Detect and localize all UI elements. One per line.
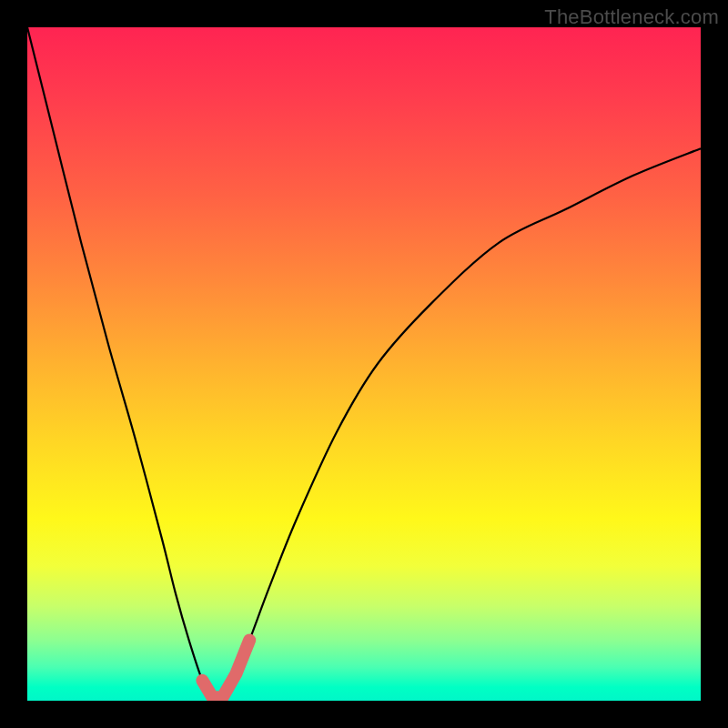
highlight-band xyxy=(202,640,249,697)
chart-frame xyxy=(27,27,701,701)
bottleneck-curve xyxy=(27,27,701,700)
watermark-text: TheBottleneck.com xyxy=(544,5,719,29)
chart-svg xyxy=(27,27,701,701)
